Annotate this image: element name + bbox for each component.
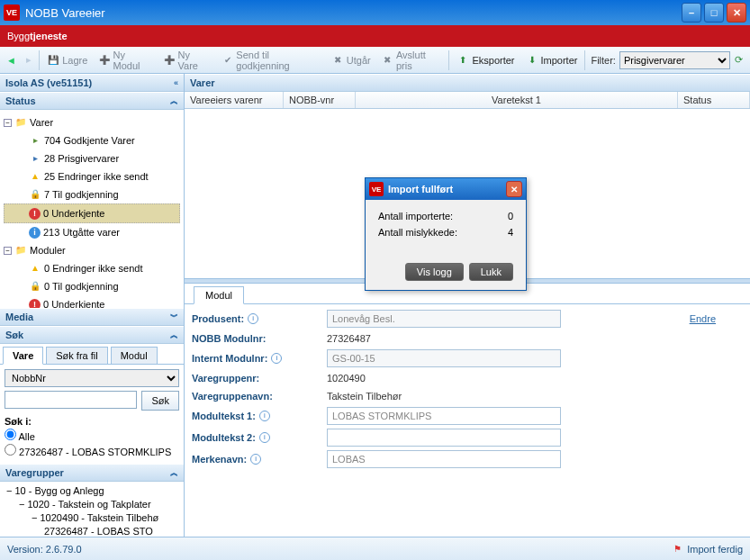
tree-item[interactable]: !0 Underkjente xyxy=(4,295,180,308)
failed-value: 4 xyxy=(508,227,513,238)
dialog-close-button[interactable]: ✕ xyxy=(506,181,522,197)
check-icon: ✔ xyxy=(221,54,233,67)
tree-item[interactable]: ▸28 Prisgivervarer xyxy=(4,149,180,167)
sok-i-label: Søk i: xyxy=(5,416,179,427)
window-title: NOBB Vareeier xyxy=(25,6,679,20)
modul-form: Produsent:i Lonevåg Besl. Endre NOBB Mod… xyxy=(185,304,750,537)
content-area: Varer Vareeiers varenr NOBB-vnr Vareteks… xyxy=(185,74,750,537)
plus-icon: ➕ xyxy=(163,54,175,67)
col-varetekst[interactable]: Varetekst 1 xyxy=(356,92,678,108)
maximize-button[interactable]: □ xyxy=(704,3,724,23)
tab-modul[interactable]: Modul xyxy=(194,286,244,304)
value-merke[interactable]: LOBAS xyxy=(327,450,561,468)
search-panel: NobbNr Søk Søk i: Alle 27326487 - LOBAS … xyxy=(0,365,184,464)
cross-icon: ✖ xyxy=(382,54,393,67)
label-merke: Merkenavn: xyxy=(192,454,247,465)
new-module-button: ➕Ny Modul xyxy=(94,47,157,74)
value-mt1[interactable]: LOBAS STORMKLIPS xyxy=(327,407,561,425)
tree-item[interactable]: 🔒7 Til godkjenning xyxy=(4,185,180,203)
version-value: 2.6.79.0 xyxy=(46,544,82,555)
label-vgnavn: Varegruppenavn: xyxy=(192,391,273,402)
error-icon: ! xyxy=(29,299,41,309)
flag-blue-icon: ▸ xyxy=(29,152,41,165)
info-icon[interactable]: i xyxy=(259,411,270,421)
filter-label: Filter: xyxy=(591,55,616,66)
supplier-header[interactable]: Isola AS (ve51151)« xyxy=(0,74,184,92)
tree-item[interactable]: ▸704 Godkjente Varer xyxy=(4,131,180,149)
vg-item[interactable]: − 1020490 - Takstein Tilbehø xyxy=(3,511,181,525)
nav-fwd-icon: ▸ xyxy=(21,52,36,68)
lock-icon: 🔒 xyxy=(29,280,41,293)
ve-logo: VE xyxy=(4,5,20,21)
info-icon[interactable]: i xyxy=(259,432,270,443)
label-mt2: Modultekst 2: xyxy=(192,432,256,443)
varegrupper-header[interactable]: Varegrupper︽ xyxy=(0,464,184,482)
tree-item[interactable]: i213 Utgåtte varer xyxy=(4,223,180,241)
label-internt: Internt Modulnr: xyxy=(192,353,267,364)
radio-item[interactable]: 27326487 - LOBAS STORMKLIPS xyxy=(5,444,179,457)
label-vgnr: Varegruppenr: xyxy=(192,373,259,384)
tree-node-moduler[interactable]: −📁Moduler xyxy=(4,241,180,259)
value-produsent: Lonevåg Besl. xyxy=(327,310,561,328)
dialog-body: Antall importerte: 0 Antall mislykkede: … xyxy=(366,200,526,290)
collapse-toggle[interactable]: − xyxy=(4,119,12,127)
vg-item[interactable]: − 10 - Bygg og Anlegg xyxy=(3,484,181,498)
import-icon: ⬇ xyxy=(526,54,538,67)
view-log-button[interactable]: Vis logg xyxy=(405,263,464,281)
vg-item[interactable]: − 1020 - Takstein og Takplater xyxy=(3,498,181,511)
search-input[interactable] xyxy=(5,391,137,409)
value-vgnr: 1020490 xyxy=(327,371,561,385)
minimize-button[interactable]: – xyxy=(682,3,701,23)
export-icon: ⬆ xyxy=(456,54,469,67)
col-varenr[interactable]: Vareeiers varenr xyxy=(185,92,284,108)
tree-node-varer[interactable]: −📁Varer xyxy=(4,113,180,131)
window-titlebar: VE NOBB Vareeier – □ ✕ xyxy=(0,0,750,25)
brand-right: tjeneste xyxy=(30,31,68,41)
failed-label: Antall mislykkede: xyxy=(378,227,457,238)
brand-left: Bygg xyxy=(7,31,30,41)
tree-item[interactable]: ▲25 Endringer ikke sendt xyxy=(4,167,180,185)
collapse-toggle[interactable]: − xyxy=(4,247,12,255)
endre-link[interactable]: Endre xyxy=(690,313,716,324)
tree-item[interactable]: ▲0 Endringer ikke sendt xyxy=(4,259,180,277)
tab-file[interactable]: Søk fra fil xyxy=(46,347,107,364)
value-nobbmodulnr: 27326487 xyxy=(327,331,561,346)
close-dialog-button[interactable]: Lukk xyxy=(469,263,513,281)
info-icon[interactable]: i xyxy=(250,454,261,465)
import-button[interactable]: ⬇Importer xyxy=(521,51,583,69)
tree-item[interactable]: 🔒0 Til godkjenning xyxy=(4,277,180,295)
info-icon: i xyxy=(29,227,41,239)
close-button[interactable]: ✕ xyxy=(727,3,746,23)
export-button[interactable]: ⬆Eksporter xyxy=(452,51,519,69)
dialog-titlebar[interactable]: VE Import fullført ✕ xyxy=(366,178,526,200)
filter-select[interactable]: Prisgivervarer xyxy=(619,51,730,69)
ve-logo: VE xyxy=(369,182,384,196)
refresh-icon[interactable]: ⟳ xyxy=(731,52,746,68)
tab-modul[interactable]: Modul xyxy=(111,347,158,364)
info-icon[interactable]: i xyxy=(248,313,258,324)
search-field-select[interactable]: NobbNr xyxy=(5,369,179,387)
import-dialog: VE Import fullført ✕ Antall importerte: … xyxy=(365,177,527,291)
lower-panel: Modul Produsent:i Lonevåg Besl. Endre NO… xyxy=(185,284,750,537)
media-header[interactable]: Media︾ xyxy=(0,308,184,326)
chevron-up-icon: ︽ xyxy=(170,467,178,479)
nav-back-icon[interactable]: ◄ xyxy=(4,52,19,68)
status-header[interactable]: Status︽ xyxy=(0,92,184,110)
import-status-text: Import ferdig xyxy=(687,544,743,555)
chevron-down-icon: ︾ xyxy=(170,312,178,323)
chevron-up-icon: ︽ xyxy=(170,330,178,341)
vg-item[interactable]: 27326487 - LOBAS STO xyxy=(3,525,181,537)
info-icon[interactable]: i xyxy=(271,353,282,364)
tree-item-selected[interactable]: !0 Underkjente xyxy=(4,203,180,223)
search-button[interactable]: Søk xyxy=(141,391,179,411)
tab-vare[interactable]: Vare xyxy=(3,347,43,365)
col-nobbvnr[interactable]: NOBB-vnr xyxy=(284,92,356,108)
col-status[interactable]: Status xyxy=(678,92,750,108)
warning-icon: ▲ xyxy=(29,262,41,275)
end-price-button: ✖Avslutt pris xyxy=(377,47,447,74)
radio-alle[interactable]: Alle xyxy=(5,429,179,442)
label-mt1: Modultekst 1: xyxy=(192,411,256,421)
search-header[interactable]: Søk︽ xyxy=(0,326,184,344)
value-mt2[interactable] xyxy=(327,429,561,447)
status-bar: Version: 2.6.79.0 ⚑ Import ferdig xyxy=(0,537,750,560)
